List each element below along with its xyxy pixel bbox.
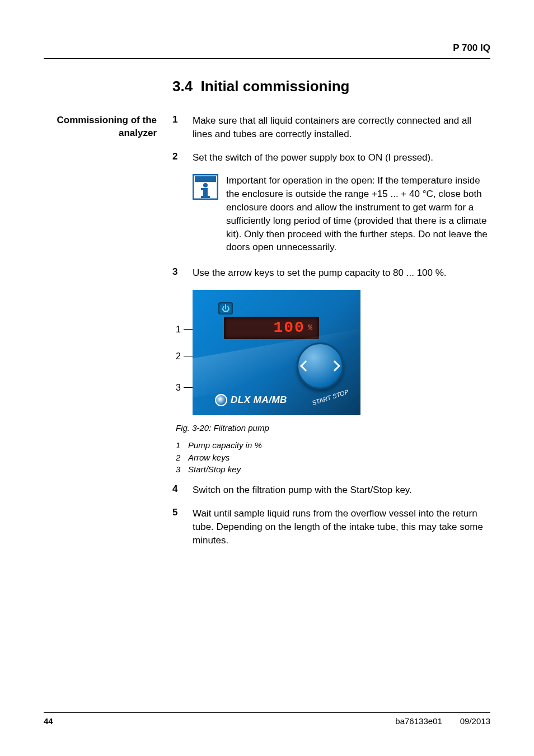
- step-number-5: 5: [172, 507, 193, 518]
- figure-3-20: 1 2 3 ⏻ 100% START STOP: [176, 290, 490, 415]
- power-indicator-icon: ⏻: [218, 302, 233, 314]
- footer-doc-code: ba76133e01: [395, 716, 442, 726]
- callout-3: 3: [176, 383, 181, 393]
- legend-num-3: 3: [176, 463, 184, 476]
- header-divider: [44, 58, 490, 59]
- figure-caption: Fig. 3-20: Filtration pump: [176, 423, 490, 433]
- readout-unit: %: [308, 324, 313, 332]
- info-icon: [193, 174, 218, 200]
- arrow-right-icon: [329, 360, 340, 372]
- readout-value: 100: [273, 319, 305, 336]
- step-number-1: 1: [172, 114, 193, 125]
- svg-rect-1: [195, 176, 216, 182]
- legend-num-1: 1: [176, 439, 184, 452]
- legend-text-1: Pump capacity in %: [188, 439, 262, 452]
- legend-text-3: Start/Stop key: [188, 463, 241, 476]
- arrow-left-icon: [300, 360, 311, 372]
- section-title-text: Initial commissioning: [201, 78, 350, 95]
- step-text-2: Set the switch of the power supply box t…: [193, 151, 490, 165]
- step-text-3: Use the arrow keys to set the pump capac…: [193, 266, 490, 280]
- pump-photo: ⏻ 100% START STOP DLX MA/MB: [193, 290, 360, 415]
- info-note-text: Important for operation in the open: If …: [226, 174, 490, 254]
- legend-text-2: Arrow keys: [188, 452, 229, 464]
- section-heading: 3.4 Initial commissioning: [172, 78, 490, 95]
- footer-divider: [44, 712, 490, 713]
- callout-2: 2: [176, 351, 181, 361]
- figure-legend: 1Pump capacity in % 2Arrow keys 3Start/S…: [176, 439, 490, 476]
- page-number: 44: [44, 716, 53, 726]
- section-number: 3.4: [172, 78, 193, 95]
- step-text-5: Wait until sample liquid runs from the o…: [193, 507, 490, 547]
- arrow-knob: [297, 342, 344, 389]
- sidebar-label-commissioning: Commissioning of the analyzer: [44, 114, 172, 140]
- step-number-3: 3: [172, 266, 193, 278]
- legend-num-2: 2: [176, 452, 184, 464]
- svg-rect-5: [201, 188, 205, 190]
- pump-capacity-readout: 100%: [224, 317, 319, 339]
- step-text-1: Make sure that all liquid containers are…: [193, 114, 490, 141]
- step-text-4: Switch on the filtration pump with the S…: [193, 483, 490, 497]
- brand-text: DLX MA/MB: [231, 395, 287, 406]
- pump-brand-label: DLX MA/MB: [215, 394, 287, 406]
- svg-point-2: [203, 183, 208, 187]
- step-number-4: 4: [172, 483, 193, 495]
- step-number-2: 2: [172, 151, 193, 162]
- footer-date: 09/2013: [460, 716, 490, 726]
- brand-logo-icon: [215, 394, 227, 406]
- callout-1: 1: [176, 325, 181, 335]
- svg-rect-4: [201, 196, 210, 198]
- document-header: P 700 IQ: [44, 43, 490, 54]
